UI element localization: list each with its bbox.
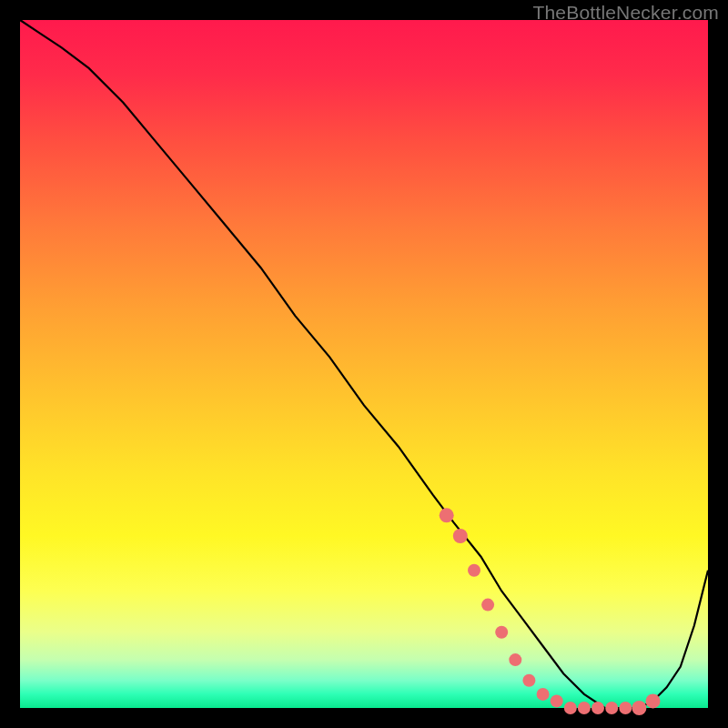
highlight-point <box>551 694 563 707</box>
highlight-point <box>509 653 521 666</box>
highlight-point <box>578 702 591 714</box>
bottleneck-curve <box>20 20 708 708</box>
plot-area <box>20 20 708 708</box>
highlight-point <box>605 702 618 714</box>
highlight-point <box>592 702 604 714</box>
chart-canvas: TheBottleNecker.com <box>0 0 728 728</box>
highlight-point <box>537 688 550 701</box>
bottleneck-curve-svg <box>20 20 708 708</box>
highlight-point <box>564 702 577 714</box>
highlight-point <box>522 674 535 687</box>
highlight-point <box>646 693 661 708</box>
highlight-points-group <box>440 508 661 715</box>
highlight-point <box>619 702 632 714</box>
highlight-point <box>632 701 646 715</box>
highlight-point <box>468 564 480 577</box>
highlight-point <box>440 508 454 522</box>
highlight-point <box>481 599 494 612</box>
highlight-point <box>495 626 508 639</box>
highlight-point <box>453 529 468 543</box>
